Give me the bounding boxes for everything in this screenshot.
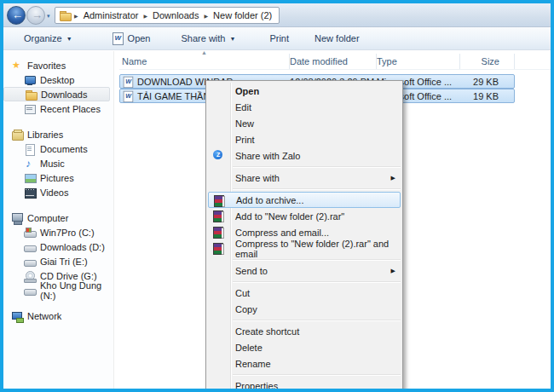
sidebar-item-pictures[interactable]: Pictures — [3, 170, 113, 185]
context-menu-item-share-with-zalo[interactable]: Share with Zalo — [206, 147, 402, 164]
file-name: TẢI GAME THẦN — [137, 91, 210, 101]
sidebar-item-downloads-d[interactable]: Downloads (D:) — [3, 239, 113, 254]
item-label: Music — [40, 159, 65, 169]
context-menu-item-properties[interactable]: Properties — [206, 378, 402, 392]
item-label: Kho Ung Dung (N:) — [40, 280, 113, 301]
sort-ascending-icon: ▲ — [201, 49, 207, 55]
sidebar-group-libraries[interactable]: Libraries — [3, 127, 113, 141]
pictures-icon — [24, 172, 36, 184]
menu-separator — [233, 259, 401, 260]
open-label: Open — [128, 33, 151, 43]
menu-label: Share with — [235, 173, 280, 183]
history-dropdown-icon[interactable]: ▾ — [47, 13, 50, 20]
print-label: Print — [269, 33, 289, 43]
context-menu-item-cut[interactable]: Cut — [206, 285, 402, 301]
context-menu-item-new[interactable]: New — [206, 115, 402, 131]
sidebar-group-favorites[interactable]: Favorites — [3, 58, 113, 72]
forward-button[interactable] — [26, 6, 45, 25]
column-header-name[interactable]: Name — [119, 56, 290, 66]
new-folder-button[interactable]: New folder — [304, 30, 370, 47]
context-menu-item-copy[interactable]: Copy — [206, 301, 402, 317]
videos-icon — [24, 187, 36, 199]
music-icon — [24, 158, 36, 170]
hard-drive-icon — [24, 241, 36, 253]
context-menu-item-add-to-archive[interactable]: Add to archive... — [208, 192, 401, 208]
cd-drive-icon — [24, 270, 36, 282]
breadcrumb-arrow-icon: ▶ — [142, 13, 148, 19]
item-label: Desktop — [40, 75, 74, 85]
menu-label: Print — [235, 135, 255, 145]
column-divider[interactable] — [514, 54, 515, 69]
sidebar-item-music[interactable]: Music — [3, 156, 113, 170]
winrar-icon — [212, 226, 224, 238]
sidebar-item-documents[interactable]: Documents — [3, 141, 113, 156]
context-menu-item-open[interactable]: Open — [206, 83, 402, 99]
system-drive-icon — [24, 227, 36, 239]
context-menu-item-add-to-named-rar[interactable]: Add to "New folder (2).rar" — [206, 208, 402, 224]
group-label: Libraries — [27, 130, 63, 140]
context-menu-item-send-to[interactable]: Send to ▶ — [206, 262, 402, 279]
item-label: Win7Pro (C:) — [40, 228, 95, 238]
column-header-size[interactable]: Size — [460, 56, 515, 66]
menu-label: Open — [235, 86, 259, 96]
item-label: Giai Tri (E:) — [40, 257, 88, 267]
address-bar[interactable]: ▶ Administrator ▶ Downloads ▶ New folder… — [55, 7, 280, 24]
menu-label: Copy — [235, 304, 257, 314]
share-with-button[interactable]: Share with ▼ — [171, 30, 246, 47]
menu-label: Compress to "New folder (2).rar" and ema… — [235, 239, 397, 259]
menu-label: Add to "New folder (2).rar" — [235, 211, 344, 222]
computer-icon — [11, 212, 23, 224]
folder-icon — [59, 9, 71, 21]
menu-label: Share with Zalo — [235, 151, 300, 161]
item-label: Videos — [40, 187, 68, 198]
menu-label: Create shortcut — [235, 326, 299, 337]
column-header-type[interactable]: Type — [377, 56, 460, 66]
desktop-icon — [24, 74, 36, 86]
sidebar-item-downloads[interactable]: Downloads — [3, 87, 110, 101]
context-menu-item-share-with[interactable]: Share with ▶ — [206, 170, 402, 186]
command-toolbar: Organize ▼ Open Share with ▼ Print New f… — [3, 27, 551, 50]
submenu-arrow-icon: ▶ — [391, 268, 395, 274]
file-size: 29 KB — [459, 77, 514, 87]
print-button[interactable]: Print — [259, 30, 299, 47]
context-menu-item-print[interactable]: Print — [206, 131, 402, 147]
winrar-icon — [213, 194, 225, 206]
column-header-date-modified[interactable]: Date modified — [290, 56, 377, 66]
context-menu-item-delete[interactable]: Delete — [206, 339, 402, 355]
column-divider[interactable] — [289, 54, 290, 69]
group-label: Favorites — [27, 61, 66, 71]
sidebar-item-desktop[interactable]: Desktop — [3, 72, 113, 87]
libraries-icon — [11, 129, 23, 141]
organize-button[interactable]: Organize ▼ — [14, 30, 83, 47]
breadcrumb-downloads[interactable]: Downloads — [151, 10, 200, 20]
sidebar-group-network[interactable]: Network — [3, 308, 113, 323]
open-button[interactable]: Open — [101, 29, 161, 48]
column-divider[interactable] — [459, 54, 460, 69]
sidebar-item-recent-places[interactable]: Recent Places — [3, 101, 113, 116]
menu-separator — [233, 188, 401, 189]
back-button[interactable] — [7, 6, 26, 25]
breadcrumb-administrator[interactable]: Administrator — [82, 10, 141, 20]
menu-label: Delete — [235, 343, 263, 353]
winrar-icon — [212, 210, 224, 222]
navigation-pane: Favorites Desktop Downloads Recent Place… — [3, 51, 114, 389]
column-divider[interactable] — [376, 54, 377, 69]
submenu-arrow-icon: ▶ — [391, 175, 395, 182]
word-file-icon — [123, 90, 134, 101]
group-label: Computer — [27, 213, 68, 223]
context-menu-item-rename[interactable]: Rename — [206, 355, 402, 372]
context-menu-item-create-shortcut[interactable]: Create shortcut — [206, 323, 402, 339]
context-menu-item-compress-to-named-rar-and-email[interactable]: Compress to "New folder (2).rar" and ema… — [206, 240, 402, 257]
breadcrumb-new-folder-2[interactable]: New folder (2) — [211, 10, 274, 20]
column-headers: ▲ Name Date modified Type Size — [119, 53, 551, 70]
sidebar-group-computer[interactable]: Computer — [3, 210, 113, 225]
menu-label: Compress and email... — [235, 228, 329, 238]
sidebar-item-videos[interactable]: Videos — [3, 185, 113, 199]
context-menu-item-edit[interactable]: Edit — [206, 99, 402, 115]
sidebar-item-win7pro-c[interactable]: Win7Pro (C:) — [3, 225, 113, 239]
breadcrumb-arrow-icon: ▶ — [73, 13, 79, 19]
network-icon — [11, 310, 23, 322]
zalo-icon — [212, 149, 224, 161]
sidebar-item-giai-tri-e[interactable]: Giai Tri (E:) — [3, 254, 113, 268]
sidebar-item-kho-ung-dung-n[interactable]: Kho Ung Dung (N:) — [3, 283, 113, 297]
